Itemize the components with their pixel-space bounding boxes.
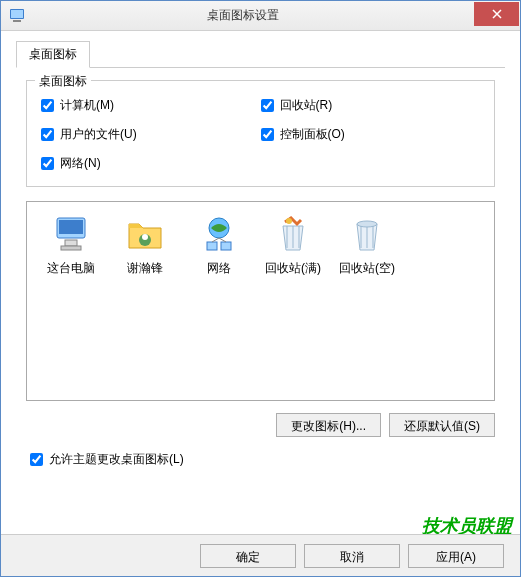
svg-rect-5	[65, 240, 77, 246]
check-controlpanel-label: 控制面板(O)	[280, 126, 345, 143]
check-network-label: 网络(N)	[60, 155, 101, 172]
desktop-icons-fieldset: 桌面图标 计算机(M) 回收站(R) 用户的文件(U)	[26, 80, 495, 187]
recycle-empty-icon	[347, 214, 387, 254]
svg-rect-10	[207, 242, 217, 250]
close-icon	[492, 9, 502, 19]
check-recycle-input[interactable]	[261, 99, 274, 112]
svg-point-12	[286, 218, 292, 224]
ok-button[interactable]: 确定	[200, 544, 296, 568]
check-computer-input[interactable]	[41, 99, 54, 112]
computer-icon	[51, 214, 91, 254]
svg-rect-6	[61, 246, 81, 250]
app-icon	[9, 8, 25, 24]
fieldset-legend: 桌面图标	[35, 73, 91, 90]
svg-rect-1	[11, 10, 23, 18]
window-title: 桌面图标设置	[31, 7, 454, 24]
icon-item-recyclefull[interactable]: 回收站(满)	[257, 214, 329, 277]
icon-label: 这台电脑	[47, 260, 95, 277]
check-network[interactable]: 网络(N)	[41, 155, 261, 172]
check-controlpanel-input[interactable]	[261, 128, 274, 141]
icon-preview-listbox[interactable]: 这台电脑 谢瀚锋	[26, 201, 495, 401]
change-icon-button[interactable]: 更改图标(H)...	[276, 413, 381, 437]
cancel-button[interactable]: 取消	[304, 544, 400, 568]
svg-rect-2	[13, 20, 21, 22]
tab-desktop-icons[interactable]: 桌面图标	[16, 41, 90, 68]
icon-item-recycleempty[interactable]: 回收站(空)	[331, 214, 403, 277]
check-userfiles[interactable]: 用户的文件(U)	[41, 126, 261, 143]
icon-item-network[interactable]: 网络	[183, 214, 255, 277]
content-area: 桌面图标 桌面图标 计算机(M) 回收站(R) 用户的文件(U)	[1, 31, 520, 478]
check-controlpanel[interactable]: 控制面板(O)	[261, 126, 481, 143]
check-recycle[interactable]: 回收站(R)	[261, 97, 481, 114]
dialog-footer: 确定 取消 应用(A)	[1, 534, 520, 576]
tab-panel: 桌面图标 计算机(M) 回收站(R) 用户的文件(U)	[16, 68, 505, 478]
allow-themes-input[interactable]	[30, 453, 43, 466]
check-userfiles-label: 用户的文件(U)	[60, 126, 137, 143]
recycle-full-icon	[273, 214, 313, 254]
icon-label: 回收站(满)	[265, 260, 321, 277]
titlebar: 桌面图标设置	[1, 1, 520, 31]
icon-label: 谢瀚锋	[127, 260, 163, 277]
icon-item-thispc[interactable]: 这台电脑	[35, 214, 107, 277]
check-network-input[interactable]	[41, 157, 54, 170]
svg-point-13	[357, 221, 377, 227]
icon-label: 回收站(空)	[339, 260, 395, 277]
checkbox-grid: 计算机(M) 回收站(R) 用户的文件(U) 控制面板(O)	[41, 97, 480, 172]
allow-themes-label: 允许主题更改桌面图标(L)	[49, 451, 184, 468]
icon-button-row: 更改图标(H)... 还原默认值(S)	[26, 413, 495, 437]
folder-icon	[125, 214, 165, 254]
svg-rect-11	[221, 242, 231, 250]
icon-label: 网络	[207, 260, 231, 277]
check-computer-label: 计算机(M)	[60, 97, 114, 114]
svg-rect-4	[59, 220, 83, 234]
dialog-window: 桌面图标设置 桌面图标 桌面图标 计算机(M) 回收站(R)	[0, 0, 521, 577]
allow-themes-check[interactable]: 允许主题更改桌面图标(L)	[30, 451, 495, 468]
restore-default-button[interactable]: 还原默认值(S)	[389, 413, 495, 437]
tab-strip: 桌面图标	[16, 41, 505, 68]
apply-button[interactable]: 应用(A)	[408, 544, 504, 568]
check-recycle-label: 回收站(R)	[280, 97, 333, 114]
svg-point-8	[142, 234, 148, 240]
check-computer[interactable]: 计算机(M)	[41, 97, 261, 114]
network-icon	[199, 214, 239, 254]
close-button[interactable]	[474, 2, 519, 26]
icon-item-userfolder[interactable]: 谢瀚锋	[109, 214, 181, 277]
check-userfiles-input[interactable]	[41, 128, 54, 141]
